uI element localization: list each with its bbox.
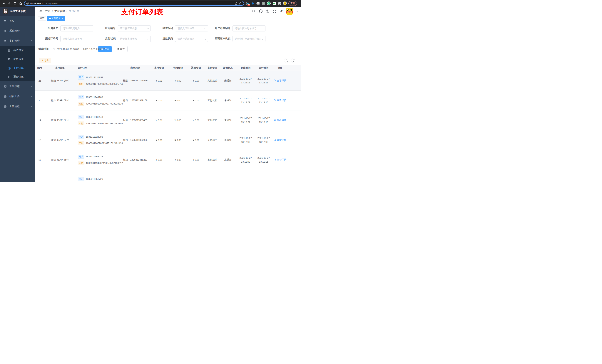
cell-notify-status: 未通知 [220, 99, 236, 102]
tag-close-icon[interactable]: × [62, 17, 63, 20]
sidebar-item-应用信息[interactable]: 应用信息 [0, 55, 35, 64]
browser-forward-icon[interactable] [7, 1, 11, 5]
browser-home-icon[interactable] [19, 1, 22, 5]
date-range-input[interactable]: 2021-10-01 00:00:00 - 2021-10-31 23:59:5… [51, 46, 112, 52]
dashboard-icon [3, 19, 7, 22]
input-渠道订单号[interactable] [60, 36, 93, 42]
breadcrumb-home[interactable]: 首页 [45, 10, 50, 13]
reset-button[interactable]: 重置 [114, 46, 128, 52]
cell-notify-status: 未通知 [220, 119, 236, 122]
help-icon[interactable] [266, 9, 269, 13]
order-no-line: 支付4200001194202110276752100612 [78, 161, 120, 165]
chevron-down-icon [30, 30, 32, 32]
font-size-icon[interactable]: тT [279, 9, 283, 13]
cell-id: 19 [35, 119, 44, 122]
tag-home[interactable]: 首页 [38, 16, 46, 21]
merchant-badge: 商户 [78, 135, 85, 139]
browser-reload-icon[interactable] [13, 1, 17, 5]
sidebar-item-系统管理[interactable]: 系统管理 [0, 26, 35, 36]
sidebar-item-研发工具[interactable]: 研发工具 [0, 91, 35, 101]
sidebar-item-工作流程[interactable]: 工作流程 [0, 101, 35, 111]
submenu-支付管理: 商户信息应用信息支付订单退款订单 [0, 46, 35, 81]
filter-item-应用编号: 应用编号 [96, 25, 153, 36]
select-应用编号[interactable] [118, 25, 151, 31]
filter-label: 所属商户 [38, 25, 60, 30]
sidebar-item-支付订单[interactable]: 支付订单 [0, 64, 35, 73]
share-icon[interactable] [235, 2, 237, 5]
browser-back-icon[interactable] [2, 1, 6, 5]
select-退款状态[interactable] [175, 36, 208, 42]
view-detail-link[interactable]: 查看详情 [274, 138, 286, 142]
pay-badge: 支付 [78, 82, 85, 86]
export-button[interactable]: 导出 [39, 58, 51, 63]
breadcrumb-current: 支付订单 [69, 10, 79, 13]
view-detail-link[interactable]: 查看详情 [274, 158, 286, 161]
merchant-badge: 商户 [78, 155, 85, 159]
input-所属商户[interactable] [60, 25, 93, 31]
sidebar-item-商户信息[interactable]: 商户信息 [0, 46, 35, 55]
site-info-icon[interactable] [26, 2, 29, 5]
cell-order-numbers: 商户1635311823086支付42000011672021102710224… [75, 135, 121, 145]
gem-extension-icon[interactable] [251, 1, 255, 5]
date-start: 2021-10-01 00:00:00 [57, 48, 79, 51]
breadcrumb-pay[interactable]: 支付管理 [54, 10, 65, 13]
cell-action: 查看详情 [272, 99, 288, 102]
url-text[interactable]: localhost:1024/pay/order [30, 2, 233, 5]
gear-icon [3, 29, 7, 32]
yuque-extension-icon[interactable]: y [267, 1, 271, 5]
fullscreen-icon[interactable] [272, 9, 276, 13]
breadcrumb: 首页 / 支付管理 / 支付订单 [45, 10, 79, 13]
browser-menu-icon[interactable] [299, 2, 299, 5]
github-icon[interactable] [258, 9, 263, 13]
bookmark-star-icon[interactable] [239, 2, 242, 5]
view-detail-link[interactable]: 查看详情 [274, 119, 286, 122]
order-no-line: 支付4200001181202110277723215336 [78, 102, 120, 106]
sidebar-item-退款订单[interactable]: 退款订单 [0, 73, 35, 81]
chat-extension-icon[interactable] [272, 1, 276, 5]
cell-create-time: 2021-10-2713:18:02 [236, 116, 256, 124]
search-icon [274, 139, 276, 141]
browser-update-button[interactable]: 更新 [288, 1, 297, 6]
emoji-extension-icon[interactable] [283, 1, 287, 5]
recorder-extension-icon[interactable] [262, 1, 265, 5]
sidebar-collapse-icon[interactable] [38, 9, 42, 13]
command-extension-icon[interactable]: ⌘ [256, 1, 260, 5]
cell-title: 标题：1635311949168 [121, 99, 150, 102]
cell-pay-status: 支付成功 [205, 79, 220, 82]
select-渠道编码[interactable] [175, 25, 208, 31]
order-number: 4200001194202110276752100612 [86, 162, 123, 165]
avatar-caret-icon[interactable] [296, 11, 298, 13]
filter-form: 所属商户应用编号渠道编码商户订单编号渠道订单号支付状态退款状态回调商户状态 创建… [35, 21, 301, 56]
app-logo-row[interactable]: 芋道管理系统 [0, 7, 35, 16]
cell-title: 标题：1635312124656 [121, 79, 150, 82]
user-avatar[interactable] [286, 8, 293, 15]
filter-item-商户订单编号: 商户订单编号 [210, 25, 268, 36]
sidebar-item-支付管理[interactable]: 支付管理 [0, 36, 35, 46]
cell-notify-status: 未通知 [220, 138, 236, 142]
input-商户订单编号[interactable] [233, 25, 266, 31]
sidebar-item-基础设施[interactable]: 基础设施 [0, 81, 35, 91]
view-detail-link[interactable]: 查看详情 [274, 99, 286, 102]
puzzle-extension-icon[interactable] [278, 1, 281, 5]
cell-order-numbers: 商户1635311881440支付42000011732021102728479… [75, 115, 121, 125]
cell-title: 标题：1635311468233 [121, 158, 150, 161]
header-search-icon[interactable] [252, 9, 256, 13]
refresh-table-button[interactable] [291, 58, 296, 63]
view-detail-link[interactable]: 查看详情 [274, 79, 286, 82]
yen-icon [3, 39, 7, 42]
url-bar[interactable]: localhost:1024/pay/order [24, 1, 244, 6]
cell-id: 17 [35, 158, 44, 161]
order-no-line: 支付4200001167202110271022491439 [78, 141, 120, 145]
chevron-up-icon [30, 40, 32, 42]
active-dot [49, 18, 51, 19]
select-支付状态[interactable] [118, 36, 151, 42]
sidebar-item-首页[interactable]: 首页 [0, 16, 35, 26]
toggle-search-button[interactable] [284, 58, 289, 63]
cell-order-numbers: 商户1635312124657支付42000011742021102780605… [75, 75, 121, 86]
cell-channel: 微信 JSAPI 支付 [44, 138, 75, 142]
cell-order-numbers: 商户1635311949168支付42000011812021102777232… [75, 95, 121, 106]
tag-pay-order[interactable]: 支付订单 × [47, 16, 65, 21]
filter-item-create-time: 创建时间 2021-10-01 00:00:00 - 2021-10-31 23… [38, 46, 96, 56]
select-回调商户状态[interactable] [233, 36, 266, 42]
apps-extension-icon[interactable]: 10 [246, 1, 249, 5]
